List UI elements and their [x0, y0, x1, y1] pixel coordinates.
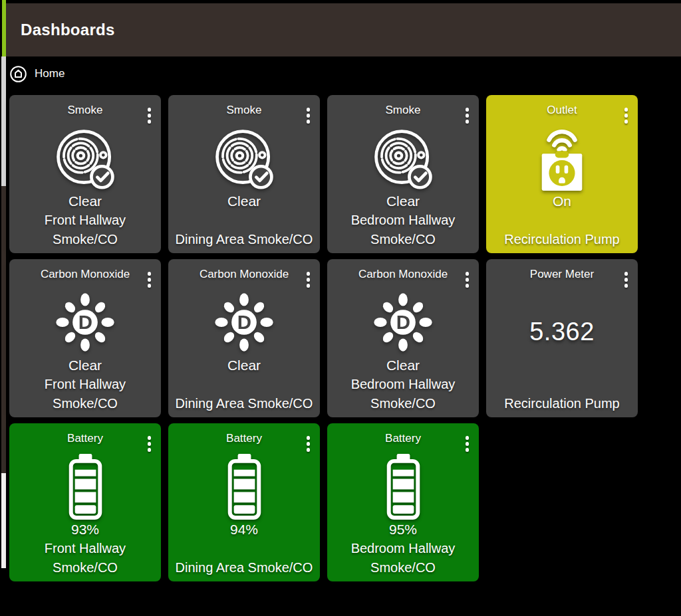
- tile-smoke[interactable]: Smoke Clear Front Hallway Smoke/CO: [9, 95, 161, 253]
- smoke-detector-icon: [53, 126, 117, 191]
- tile-menu-icon[interactable]: [623, 270, 630, 289]
- battery-icon: [225, 454, 263, 520]
- tile-title: Battery: [327, 432, 479, 445]
- window-edge-light-top: [1, 56, 6, 186]
- outlet-icon: [533, 126, 591, 191]
- tile-title: Carbon Monoxide: [9, 268, 161, 281]
- device-name: Front Hallway Smoke/CO: [13, 539, 157, 577]
- page-title: Dashboards: [21, 21, 115, 39]
- tile-carbon-monoxide[interactable]: Carbon Monoxide D Clear Bedroom Hallway …: [327, 259, 479, 417]
- tile-smoke[interactable]: Smoke Clear Bedroom Hallway Smoke/CO: [327, 95, 479, 253]
- tile-title: Smoke: [327, 104, 479, 117]
- tile-icon-area: [327, 123, 479, 193]
- tile-title: Smoke: [9, 104, 161, 117]
- tile-icon-area: [168, 451, 320, 522]
- tile-title: Smoke: [168, 104, 320, 117]
- device-name: Dining Area Smoke/CO: [172, 558, 316, 577]
- header-accent-stripe: [2, 0, 6, 56]
- tile-icon-area: [9, 451, 161, 522]
- tile-menu-icon[interactable]: [305, 270, 312, 289]
- tile-menu-icon[interactable]: [623, 106, 630, 125]
- tile-smoke[interactable]: Smoke Clear Dining Area Smoke/CO: [168, 95, 320, 253]
- tile-power-meter[interactable]: Power Meter 5.362 Recirculation Pump: [486, 259, 638, 417]
- battery-icon: [67, 454, 104, 520]
- device-name: Bedroom Hallway Smoke/CO: [331, 375, 475, 413]
- tile-menu-icon[interactable]: [146, 270, 153, 289]
- tile-status: 95%: [327, 522, 479, 538]
- device-name: Front Hallway Smoke/CO: [13, 375, 157, 413]
- home-icon: [9, 65, 27, 83]
- tile-icon-area: D: [168, 287, 320, 358]
- tile-grid: Smoke Clear Front Hallway Smoke/CO Smoke…: [9, 95, 638, 581]
- tile-menu-icon[interactable]: [146, 435, 153, 453]
- tile-title: Carbon Monoxide: [327, 268, 479, 281]
- tile-battery[interactable]: Battery 95% Bedroom Hallway Smoke/CO: [327, 423, 479, 581]
- tile-status: On: [486, 193, 638, 209]
- breadcrumb[interactable]: Home: [9, 63, 65, 84]
- tile-title: Power Meter: [486, 268, 638, 281]
- tile-status: Clear: [9, 193, 161, 209]
- svg-text:D: D: [396, 311, 410, 333]
- battery-icon: [384, 454, 422, 520]
- app-header: Dashboards: [6, 3, 681, 56]
- tile-carbon-monoxide[interactable]: Carbon Monoxide D Clear Dining Area Smok…: [168, 259, 320, 417]
- device-name: Dining Area Smoke/CO: [172, 394, 316, 413]
- tile-menu-icon[interactable]: [464, 435, 471, 453]
- tile-title: Outlet: [486, 104, 638, 117]
- tile-icon-area: [486, 123, 638, 193]
- tile-menu-icon[interactable]: [305, 106, 312, 125]
- tile-status: Clear: [327, 193, 479, 209]
- tile-status: Clear: [168, 193, 320, 209]
- svg-text:D: D: [237, 311, 251, 333]
- device-name: Dining Area Smoke/CO: [172, 230, 316, 249]
- tile-status: Clear: [327, 358, 479, 373]
- device-name: Bedroom Hallway Smoke/CO: [331, 211, 475, 249]
- tile-menu-icon[interactable]: [464, 106, 471, 125]
- device-name: Recirculation Pump: [490, 230, 634, 249]
- window-edge-light-bottom: [1, 473, 6, 568]
- smoke-detector-icon: [371, 126, 435, 191]
- window-edge-dark: [1, 186, 6, 473]
- tile-status: Clear: [9, 358, 161, 373]
- meter-value: 5.362: [486, 318, 638, 346]
- carbon-monoxide-detector-icon: D: [213, 292, 275, 353]
- tile-carbon-monoxide[interactable]: Carbon Monoxide D Clear Front Hallway Sm…: [9, 259, 161, 417]
- svg-text:D: D: [78, 311, 92, 333]
- tile-icon-area: [168, 123, 320, 193]
- tile-icon-area: [327, 451, 479, 522]
- tile-battery[interactable]: Battery 94% Dining Area Smoke/CO: [168, 423, 320, 581]
- breadcrumb-label: Home: [35, 67, 65, 80]
- carbon-monoxide-detector-icon: D: [372, 292, 434, 353]
- tile-status: 94%: [168, 522, 320, 538]
- tile-title: Carbon Monoxide: [168, 268, 320, 281]
- dashboard-screen: Dashboards Home Smoke Clear Front Hallwa…: [0, 0, 681, 616]
- carbon-monoxide-detector-icon: D: [55, 292, 116, 353]
- tile-battery[interactable]: Battery 93% Front Hallway Smoke/CO: [9, 423, 161, 581]
- tile-title: Battery: [9, 432, 161, 445]
- tile-icon-area: D: [9, 287, 161, 358]
- tile-status: Clear: [168, 358, 320, 373]
- tile-status: 93%: [9, 522, 161, 538]
- tile-icon-area: [9, 123, 161, 193]
- device-name: Bedroom Hallway Smoke/CO: [331, 539, 475, 577]
- device-name: Recirculation Pump: [490, 394, 634, 413]
- device-name: Front Hallway Smoke/CO: [13, 211, 157, 249]
- tile-icon-area: D: [327, 287, 479, 358]
- smoke-detector-icon: [212, 126, 276, 191]
- tile-outlet[interactable]: Outlet On Recirculation Pump: [486, 95, 638, 253]
- tile-menu-icon[interactable]: [464, 270, 471, 289]
- tile-menu-icon[interactable]: [305, 435, 312, 453]
- tile-menu-icon[interactable]: [146, 106, 153, 125]
- tile-title: Battery: [168, 432, 320, 445]
